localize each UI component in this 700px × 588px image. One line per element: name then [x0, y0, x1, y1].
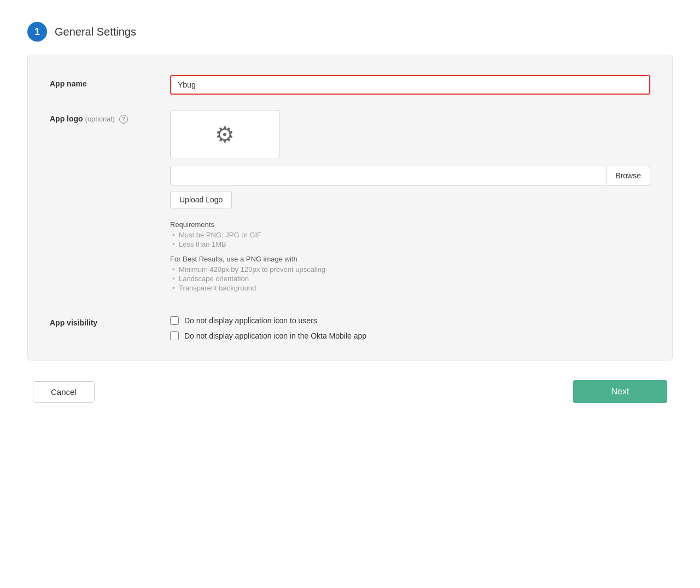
help-icon[interactable]: ?	[119, 115, 128, 124]
page-title: General Settings	[55, 26, 136, 38]
checkbox-group: Do not display application icon to users…	[170, 314, 650, 340]
upload-logo-button[interactable]: Upload Logo	[170, 191, 232, 208]
visibility-checkbox-1[interactable]	[170, 316, 179, 325]
app-visibility-control: Do not display application icon to users…	[170, 314, 650, 340]
file-path-input[interactable]	[170, 166, 606, 185]
list-item: Minimum 420px by 120px to prevent upscal…	[170, 265, 650, 273]
app-visibility-row: App visibility Do not display applicatio…	[50, 314, 650, 340]
requirements-list: Must be PNG, JPG or GIF Less than 1MB	[170, 231, 650, 248]
app-name-label: App name	[50, 75, 170, 88]
best-results-heading: For Best Results, use a PNG image with	[170, 255, 650, 263]
page-container: 1 General Settings App name App logo (op…	[0, 0, 700, 425]
app-logo-row: App logo (optional) ? ⚙ Browse Upload Lo…	[50, 110, 650, 299]
section-header: 1 General Settings	[27, 22, 673, 42]
list-item: Transparent background	[170, 284, 650, 292]
cancel-button[interactable]: Cancel	[33, 381, 95, 403]
requirements-section: Requirements Must be PNG, JPG or GIF Les…	[170, 220, 650, 292]
browse-button[interactable]: Browse	[606, 166, 650, 185]
app-name-row: App name	[50, 75, 650, 95]
app-logo-label: App logo (optional) ?	[50, 110, 170, 124]
list-item: Landscape orientation	[170, 275, 650, 283]
logo-preview-box: ⚙	[170, 110, 279, 159]
best-results-list: Minimum 420px by 120px to prevent upscal…	[170, 265, 650, 292]
list-item: Less than 1MB	[170, 240, 650, 248]
next-button[interactable]: Next	[573, 380, 667, 403]
list-item: Must be PNG, JPG or GIF	[170, 231, 650, 239]
app-logo-control: ⚙ Browse Upload Logo Requirements Must b…	[170, 110, 650, 299]
visibility-option-1[interactable]: Do not display application icon to users	[170, 316, 650, 325]
app-visibility-label: App visibility	[50, 314, 170, 327]
file-input-row: Browse	[170, 166, 650, 185]
app-name-control	[170, 75, 650, 95]
visibility-label-2: Do not display application icon in the O…	[184, 331, 366, 340]
step-badge: 1	[27, 22, 47, 42]
visibility-checkbox-2[interactable]	[170, 331, 179, 340]
settings-card: App name App logo (optional) ? ⚙ Brows	[27, 55, 673, 360]
app-logo-optional: (optional)	[85, 115, 115, 123]
visibility-label-1: Do not display application icon to users	[184, 316, 317, 325]
gear-icon: ⚙	[215, 122, 235, 147]
footer-actions: Cancel Next	[27, 380, 673, 403]
visibility-option-2[interactable]: Do not display application icon in the O…	[170, 331, 650, 340]
requirements-heading: Requirements	[170, 220, 650, 229]
app-name-input[interactable]	[170, 75, 650, 95]
